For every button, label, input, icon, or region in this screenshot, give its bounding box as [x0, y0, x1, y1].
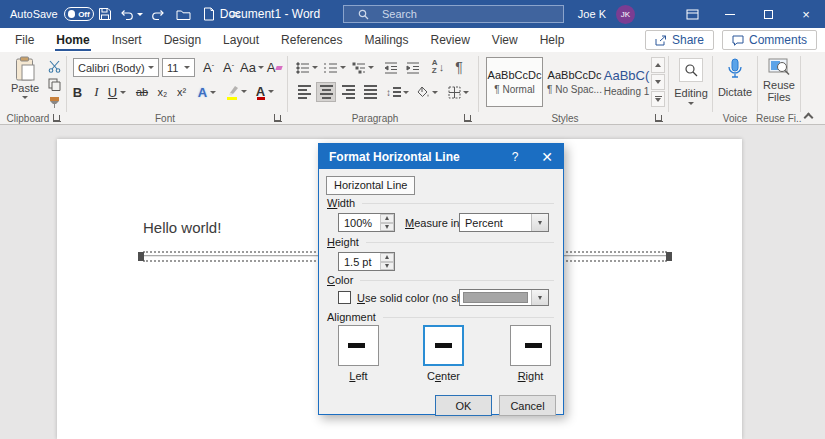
numbering-button[interactable]	[322, 58, 348, 77]
align-right-button[interactable]	[338, 82, 358, 102]
align-left-button[interactable]	[294, 82, 314, 102]
comments-button[interactable]: Comments	[722, 30, 817, 50]
selection-handle-left[interactable]	[138, 252, 144, 261]
width-spin-down-icon[interactable]	[380, 223, 394, 232]
height-spinner[interactable]: 1.5 pt	[338, 252, 395, 271]
tab-insert[interactable]: Insert	[101, 28, 153, 52]
width-spinner[interactable]: 100%	[338, 213, 395, 232]
font-family-combo[interactable]: Calibri (Body)	[73, 58, 159, 77]
undo-icon[interactable]	[118, 0, 144, 28]
styles-dialog-launcher-icon[interactable]	[655, 114, 663, 122]
tab-review[interactable]: Review	[419, 28, 480, 52]
share-button[interactable]: Share	[645, 30, 714, 50]
font-dialog-launcher-icon[interactable]	[274, 114, 282, 122]
format-painter-button[interactable]	[44, 94, 64, 111]
shading-button[interactable]	[414, 82, 441, 102]
shrink-font-button[interactable]: Aˇ	[219, 58, 238, 77]
autosave-control[interactable]: AutoSave Off	[10, 0, 94, 28]
tab-view[interactable]: View	[481, 28, 529, 52]
italic-button[interactable]: I	[88, 82, 105, 102]
save-icon[interactable]	[92, 0, 118, 28]
tab-mailings[interactable]: Mailings	[353, 28, 419, 52]
align-center-button[interactable]	[316, 82, 336, 102]
undo-dropdown-icon[interactable]	[137, 13, 143, 16]
text-effects-button[interactable]: A	[194, 82, 220, 102]
strikethrough-button[interactable]: ab	[131, 82, 153, 102]
highlight-button[interactable]	[222, 80, 250, 102]
font-color-button[interactable]: A	[251, 80, 279, 102]
multilevel-list-button[interactable]	[350, 58, 376, 77]
ribbon-display-options-icon[interactable]	[673, 0, 711, 28]
font-size-combo[interactable]: 11	[162, 58, 195, 77]
measure-in-dropdown-icon[interactable]	[531, 214, 548, 231]
line-spacing-button[interactable]: ↕	[384, 82, 411, 102]
copy-button[interactable]	[44, 76, 64, 93]
user-name: Joe K	[578, 8, 606, 20]
sort-button[interactable]: AZ ↓	[427, 56, 449, 78]
clear-formatting-button[interactable]: A	[265, 58, 284, 77]
styles-more-button[interactable]	[651, 91, 665, 107]
styles-scroll-down-button[interactable]	[651, 74, 665, 90]
paste-button[interactable]: Paste	[6, 56, 44, 111]
dialog-close-button[interactable]: ✕	[531, 144, 563, 169]
styles-scroll-up-button[interactable]	[651, 57, 665, 73]
redo-icon[interactable]	[144, 0, 170, 28]
editing-button[interactable]: Editing	[672, 58, 710, 105]
dialog-tab-horizontal-line[interactable]: Horizontal Line	[326, 176, 415, 195]
borders-button[interactable]	[444, 82, 472, 102]
change-case-button[interactable]: Aa	[240, 58, 264, 77]
font-color-dropdown-icon	[268, 90, 274, 93]
color-dropdown[interactable]	[459, 289, 549, 306]
cancel-button[interactable]: Cancel	[499, 395, 556, 416]
autosave-toggle[interactable]: Off	[64, 7, 94, 21]
height-spin-up-icon[interactable]	[380, 253, 394, 262]
measure-in-dropdown[interactable]: Percent	[459, 213, 549, 232]
search-input[interactable]: Search	[343, 5, 564, 23]
paste-dropdown-icon[interactable]	[22, 96, 28, 99]
alignment-option-center[interactable]	[423, 325, 464, 366]
height-spin-down-icon[interactable]	[380, 262, 394, 271]
justify-button[interactable]	[360, 82, 380, 102]
document-text[interactable]: Hello world!	[143, 219, 221, 236]
superscript-button[interactable]: x²	[172, 82, 191, 102]
ok-button[interactable]: OK	[435, 395, 492, 416]
tab-references[interactable]: References	[270, 28, 353, 52]
dictate-button[interactable]: Dictate	[714, 58, 756, 98]
tab-home[interactable]: Home	[45, 28, 100, 52]
grow-font-button[interactable]: Aˆ	[199, 58, 218, 77]
tab-layout[interactable]: Layout	[212, 28, 270, 52]
width-spin-up-icon[interactable]	[380, 214, 394, 223]
show-hide-pilcrow-button[interactable]: ¶	[450, 56, 468, 78]
close-button[interactable]: ×	[787, 0, 825, 28]
paragraph-dialog-launcher-icon[interactable]	[464, 114, 472, 122]
tab-design[interactable]: Design	[153, 28, 212, 52]
tab-file[interactable]: File	[4, 28, 45, 52]
style-heading1[interactable]: AaBbC( Heading 1	[603, 57, 650, 107]
color-dropdown-icon[interactable]	[531, 290, 548, 305]
open-folder-icon[interactable]	[170, 0, 196, 28]
toggle-knob	[68, 10, 75, 18]
alignment-option-left[interactable]	[338, 325, 379, 366]
maximize-button[interactable]	[749, 0, 787, 28]
increase-indent-button[interactable]	[403, 58, 423, 77]
selection-handle-right[interactable]	[666, 252, 672, 261]
bullets-button[interactable]	[294, 58, 320, 77]
solid-color-checkbox[interactable]	[338, 291, 351, 304]
cut-button[interactable]	[44, 58, 64, 75]
decrease-indent-button[interactable]	[381, 58, 401, 77]
avatar[interactable]: JK	[616, 5, 635, 24]
height-label-key: H	[327, 236, 335, 248]
subscript-button[interactable]: x₂	[153, 82, 172, 102]
minimize-button[interactable]	[711, 0, 749, 28]
alignment-option-right[interactable]	[510, 325, 551, 366]
dialog-help-button[interactable]: ?	[499, 144, 531, 169]
reuse-files-button[interactable]: Reuse Files	[759, 58, 799, 103]
underline-button[interactable]: U	[105, 82, 129, 102]
style-no-spacing[interactable]: AaBbCcDc ¶ No Spac...	[546, 57, 603, 107]
bold-button[interactable]: B	[68, 82, 87, 102]
style-normal[interactable]: AaBbCcDc ¶ Normal	[486, 57, 543, 107]
measure-in-label: Measure in:	[405, 217, 462, 229]
tab-help[interactable]: Help	[529, 28, 576, 52]
clipboard-dialog-launcher-icon[interactable]	[53, 114, 61, 122]
collapse-ribbon-icon[interactable]	[804, 113, 814, 123]
